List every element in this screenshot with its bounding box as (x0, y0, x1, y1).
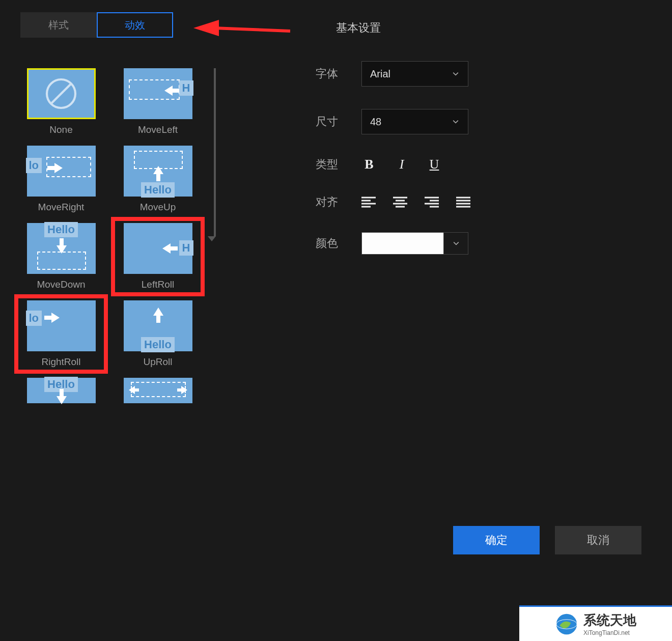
align-left-button[interactable] (361, 197, 376, 208)
chevron-down-icon (452, 70, 460, 78)
svg-marker-13 (177, 386, 187, 394)
svg-marker-4 (164, 86, 180, 96)
effect-rightroll[interactable]: lo RightRoll (20, 300, 102, 368)
effect-scroll-partial[interactable] (117, 378, 199, 408)
effect-label: RightRoll (41, 356, 80, 368)
effect-label: MoveDown (37, 279, 85, 290)
svg-marker-12 (129, 386, 139, 394)
align-justify-button[interactable] (456, 197, 470, 208)
font-select[interactable]: Arial (361, 61, 468, 87)
none-icon (43, 76, 79, 112)
effect-leftroll[interactable]: H LeftRoll (117, 223, 199, 290)
svg-marker-5 (47, 163, 63, 173)
svg-marker-9 (44, 313, 60, 323)
color-select[interactable] (361, 232, 468, 255)
align-label: 对齐 (316, 194, 361, 210)
svg-marker-8 (162, 243, 178, 254)
tab-bar: 样式 动效 (20, 12, 214, 38)
italic-button[interactable]: I (394, 157, 409, 172)
cancel-button[interactable]: 取消 (555, 526, 641, 554)
watermark-text: 系统天地 (583, 611, 636, 629)
arrow-down-icon (57, 389, 67, 404)
effect-label: UpRoll (143, 356, 172, 368)
align-right-button[interactable] (425, 197, 439, 208)
size-select[interactable]: 48 (361, 109, 468, 134)
arrow-up-icon (153, 166, 163, 181)
effect-uproll[interactable]: Hello UpRoll (117, 300, 199, 368)
chevron-down-icon (452, 239, 460, 247)
effect-label: MoveLeft (138, 124, 178, 135)
watermark: 系统天地 XiTongTianDi.net (519, 605, 672, 641)
svg-marker-6 (153, 166, 163, 181)
arrow-left-icon (129, 386, 139, 394)
arrow-left-icon (164, 86, 180, 96)
effect-label: None (49, 124, 72, 135)
font-value: Arial (370, 68, 390, 80)
effect-movedown[interactable]: Hello MoveDown (20, 223, 102, 290)
svg-marker-11 (57, 389, 67, 404)
effect-downroll-partial[interactable]: Hello (20, 378, 102, 408)
arrow-right-icon (47, 163, 63, 173)
size-label: 尺寸 (316, 114, 361, 129)
svg-marker-10 (153, 308, 163, 323)
effect-label: MoveUp (140, 202, 176, 213)
underline-button[interactable]: U (427, 157, 442, 172)
size-value: 48 (370, 116, 381, 128)
effect-none[interactable]: None (20, 68, 102, 135)
right-settings-panel: 基本设置 字体 Arial 尺寸 48 类型 B I U 对齐 (214, 0, 672, 641)
left-effects-panel: 样式 动效 None (0, 0, 214, 641)
effect-label: LeftRoll (142, 279, 174, 290)
chevron-down-icon (452, 118, 460, 126)
watermark-url: XiTongTianDi.net (583, 629, 636, 636)
effect-moveup[interactable]: Hello MoveUp (117, 146, 199, 213)
arrow-up-icon (153, 308, 163, 323)
effect-label: MoveRight (38, 202, 85, 213)
effects-grid: None H MoveLeft lo (20, 68, 204, 408)
confirm-button[interactable]: 确定 (453, 526, 540, 554)
svg-line-3 (51, 83, 71, 103)
tab-effects[interactable]: 动效 (97, 12, 173, 38)
effect-moveleft[interactable]: H MoveLeft (117, 68, 199, 135)
arrow-left-icon (162, 243, 178, 254)
effect-moveright[interactable]: lo MoveRight (20, 146, 102, 213)
settings-title: 基本设置 (336, 20, 672, 36)
color-swatch (362, 233, 443, 254)
color-label: 颜色 (316, 236, 361, 251)
type-label: 类型 (316, 157, 361, 172)
bold-button[interactable]: B (361, 157, 377, 172)
align-center-button[interactable] (393, 197, 407, 208)
tab-style[interactable]: 样式 (20, 12, 97, 38)
globe-icon (555, 612, 578, 636)
font-label: 字体 (316, 66, 361, 81)
arrow-right-icon (177, 386, 187, 394)
arrow-right-icon (44, 313, 60, 323)
